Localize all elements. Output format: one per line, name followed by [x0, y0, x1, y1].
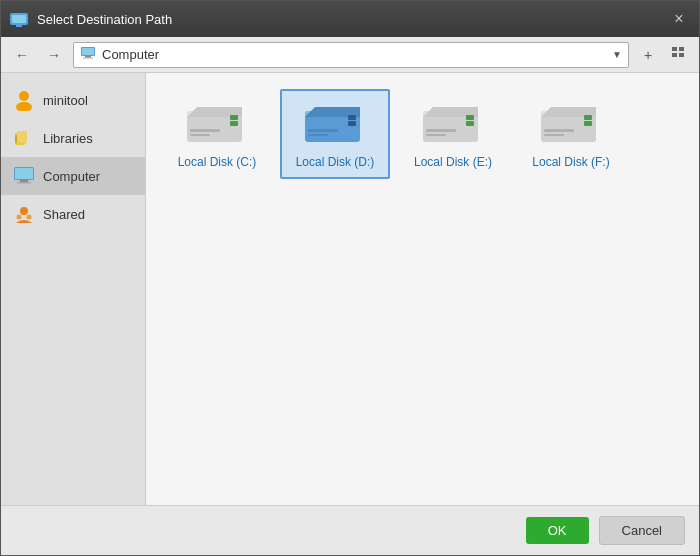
view-button[interactable]	[665, 42, 691, 68]
drive-e-label: Local Disk (E:)	[414, 155, 492, 169]
main-content: minitool Libraries	[1, 73, 699, 505]
close-button[interactable]: ×	[667, 7, 691, 31]
svg-rect-15	[15, 135, 17, 143]
sidebar-item-computer[interactable]: Computer	[1, 157, 145, 195]
sidebar-item-shared[interactable]: Shared	[1, 195, 145, 233]
svg-rect-27	[230, 121, 238, 126]
svg-rect-50	[544, 134, 564, 136]
sidebar-item-shared-label: Shared	[43, 207, 85, 222]
sidebar-item-computer-label: Computer	[43, 169, 100, 184]
dialog-title: Select Destination Path	[37, 12, 172, 27]
forward-button[interactable]: →	[41, 42, 67, 68]
shared-icon	[13, 203, 35, 225]
svg-rect-29	[190, 134, 210, 136]
back-button[interactable]: ←	[9, 42, 35, 68]
svg-point-11	[19, 91, 29, 101]
svg-rect-35	[308, 129, 338, 132]
library-icon	[13, 127, 35, 149]
drive-e-icon	[418, 99, 488, 149]
drive-f-label: Local Disk (F:)	[532, 155, 609, 169]
svg-point-20	[20, 207, 28, 215]
forward-icon: →	[47, 47, 61, 63]
drive-c-item[interactable]: Local Disk (C:)	[162, 89, 272, 179]
sidebar-item-libraries[interactable]: Libraries	[1, 119, 145, 157]
title-bar-left: Select Destination Path	[9, 9, 172, 29]
address-bar[interactable]: Computer ▼	[73, 42, 629, 68]
sidebar-item-minitool[interactable]: minitool	[1, 81, 145, 119]
title-bar: Select Destination Path ×	[1, 1, 699, 37]
svg-rect-47	[584, 115, 592, 120]
drive-e-item[interactable]: Local Disk (E:)	[398, 89, 508, 179]
drive-d-item[interactable]: Local Disk (D:)	[280, 89, 390, 179]
ok-button[interactable]: OK	[526, 517, 589, 544]
new-folder-button[interactable]: +	[635, 42, 661, 68]
svg-rect-8	[679, 47, 684, 51]
svg-rect-41	[466, 121, 474, 126]
svg-rect-40	[466, 115, 474, 120]
drive-d-icon	[300, 99, 370, 149]
file-area: Local Disk (C:)	[146, 73, 699, 505]
svg-rect-10	[679, 53, 684, 57]
bottom-bar: OK Cancel	[1, 505, 699, 555]
svg-rect-14	[17, 131, 27, 143]
toolbar-right-buttons: +	[635, 42, 691, 68]
new-folder-icon: +	[644, 47, 652, 63]
cancel-button[interactable]: Cancel	[599, 516, 685, 545]
address-text: Computer	[102, 47, 606, 62]
svg-rect-48	[584, 121, 592, 126]
computer-nav-icon	[13, 165, 35, 187]
view-icon	[671, 46, 685, 63]
drive-f-icon	[536, 99, 606, 149]
drive-f-item[interactable]: Local Disk (F:)	[516, 89, 626, 179]
svg-point-22	[27, 215, 32, 220]
svg-rect-18	[20, 180, 28, 182]
toolbar: ← → Computer ▼ +	[1, 37, 699, 73]
svg-rect-5	[85, 56, 91, 58]
drive-d-label: Local Disk (D:)	[296, 155, 375, 169]
svg-rect-4	[82, 48, 94, 55]
drive-c-label: Local Disk (C:)	[178, 155, 257, 169]
user-icon	[13, 89, 35, 111]
drive-c-icon	[182, 99, 252, 149]
svg-rect-19	[17, 182, 31, 184]
svg-rect-1	[12, 15, 26, 23]
svg-rect-36	[308, 134, 328, 136]
back-icon: ←	[15, 47, 29, 63]
svg-rect-6	[83, 58, 93, 59]
svg-rect-26	[230, 115, 238, 120]
computer-icon	[80, 46, 96, 63]
sidebar: minitool Libraries	[1, 73, 146, 505]
sidebar-item-minitool-label: minitool	[43, 93, 88, 108]
svg-rect-34	[348, 121, 356, 126]
svg-rect-9	[672, 53, 677, 57]
svg-rect-2	[16, 25, 22, 27]
svg-rect-43	[426, 134, 446, 136]
sidebar-item-libraries-label: Libraries	[43, 131, 93, 146]
select-destination-dialog: Select Destination Path × ← → Computer ▼	[0, 0, 700, 556]
address-dropdown-icon[interactable]: ▼	[612, 49, 622, 60]
svg-point-12	[16, 102, 32, 111]
svg-point-21	[17, 215, 22, 220]
file-grid: Local Disk (C:)	[162, 89, 683, 179]
app-icon	[9, 9, 29, 29]
svg-rect-42	[426, 129, 456, 132]
svg-rect-17	[15, 168, 33, 179]
svg-rect-7	[672, 47, 677, 51]
svg-rect-33	[348, 115, 356, 120]
svg-rect-28	[190, 129, 220, 132]
svg-rect-49	[544, 129, 574, 132]
